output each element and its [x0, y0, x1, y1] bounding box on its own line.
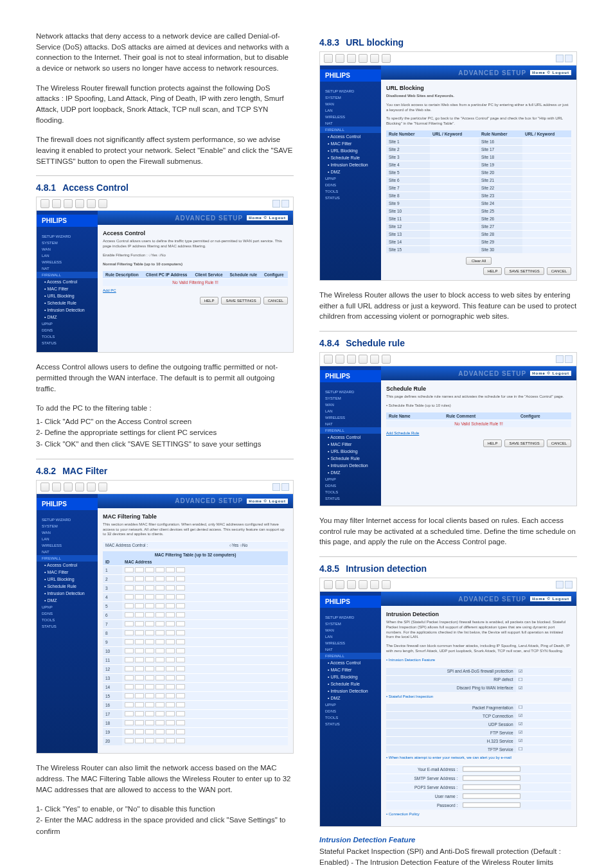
sec482-desc: The Wireless Router can also limit the n…	[36, 763, 294, 795]
clear-all-button[interactable]: Clear All	[466, 257, 492, 265]
browser-stop-icon[interactable]	[52, 199, 61, 208]
browser-search-icon[interactable]	[87, 199, 96, 208]
screenshot-intrusion-detection: PHILIPS SETUP WIZARDSYSTEMWANLANWIRELESS…	[319, 578, 577, 827]
intro-paragraph-3: The firewall does not significantly affe…	[36, 134, 294, 166]
intro-paragraph-1: Network attacks that deny access to a ne…	[36, 31, 294, 74]
screenshot-url-blocking: PHILIPS SETUP WIZARDSYSTEMWANLANWIRELESS…	[319, 51, 577, 281]
section-4-8-5-heading: 4.8.5Intrusion detection	[319, 563, 577, 574]
browser-back-icon[interactable]	[40, 199, 49, 208]
sec481-desc: Access Control allows users to define th…	[36, 362, 294, 394]
browser-fav-icon[interactable]	[98, 199, 107, 208]
intrusion-subheading: Intrusion Detection Feature	[319, 836, 577, 844]
section-4-8-2-heading: 4.8.2MAC Filter	[36, 466, 294, 476]
section-4-8-1-heading: 4.8.1Access Control	[36, 182, 294, 193]
save-settings-button[interactable]: SAVE SETTINGS	[221, 297, 260, 305]
sec485-desc: Stateful Packet Inspection (SPI) and Ant…	[319, 846, 577, 868]
sec484-desc: You may filter Internet access for local…	[319, 515, 577, 547]
screenshot-access-control: PHILIPS SETUP WIZARD SYSTEM WAN LAN WIRE…	[36, 197, 294, 353]
section-4-8-4-heading: 4.8.4Schedule rule	[319, 338, 577, 348]
screenshot-mac-filter: PHILIPS SETUP WIZARDSYSTEMWANLANWIRELESS…	[36, 480, 294, 754]
screenshot-schedule-rule: PHILIPS SETUP WIZARDSYSTEMWANLANWIRELESS…	[319, 352, 577, 506]
sec483-desc: The Wireless Router allows the user to b…	[319, 290, 577, 322]
router-sidebar: PHILIPS SETUP WIZARD SYSTEM WAN LAN WIRE…	[37, 211, 98, 352]
browser-refresh-icon[interactable]	[64, 199, 73, 208]
brand-logo: PHILIPS	[37, 215, 98, 227]
add-schedule-rule-link[interactable]: Add Schedule Rule	[386, 431, 419, 435]
browser-home-icon[interactable]	[75, 199, 84, 208]
help-button[interactable]: HELP	[200, 297, 219, 305]
add-pc-link[interactable]: Add PC	[103, 288, 116, 292]
section-4-8-3-heading: 4.8.3URL blocking	[319, 37, 577, 48]
cancel-button[interactable]: CANCEL	[263, 297, 288, 305]
intro-paragraph-2: The Wireless Router firewall function pr…	[36, 83, 294, 126]
panel-title: Access Control	[103, 230, 288, 236]
